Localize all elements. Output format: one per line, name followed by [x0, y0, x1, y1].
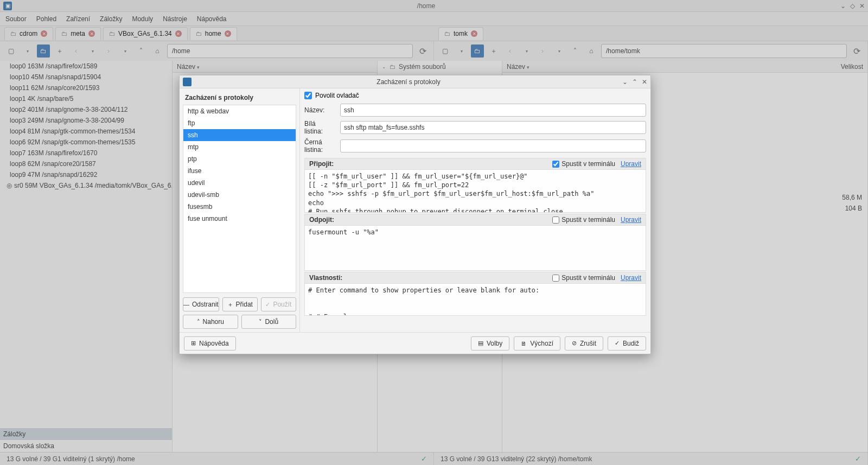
- terminal-label: Spustit v terminálu: [561, 216, 615, 224]
- button-label: Volby: [487, 340, 502, 347]
- section-label: Vlastnosti:: [309, 274, 342, 282]
- props-section-header: Vlastnosti: Spustit v terminálu Upravit: [304, 272, 646, 283]
- dialog-right-panel: Povolit ovladač Název: Bílá listina: Čer…: [300, 88, 650, 332]
- blacklist-input[interactable]: [340, 139, 646, 152]
- dialog-footer: ⊞Nápověda ▤Volby 🗎Výchozí ⊘Zrušit ✓Budiž: [180, 332, 650, 354]
- protocol-item[interactable]: fusesmb: [183, 201, 296, 213]
- mount-terminal-checkbox[interactable]: [552, 161, 559, 168]
- mount-section-header: Připojit: Spustit v terminálu Upravit: [304, 158, 646, 169]
- apply-button[interactable]: ✓Použít: [261, 297, 296, 311]
- protocol-item[interactable]: fuse unmount: [183, 213, 296, 225]
- plus-icon: ＋: [227, 301, 233, 309]
- mount-edit-link[interactable]: Upravit: [621, 160, 641, 168]
- terminal-label: Spustit v terminálu: [561, 274, 615, 282]
- unmount-code[interactable]: fusermount -u "%a": [304, 225, 646, 271]
- dialog-left-panel: Zacházení s protokoly http & webdav ftp …: [180, 88, 300, 332]
- chevron-down-icon: ˅: [259, 319, 262, 326]
- protocol-item[interactable]: mtp: [183, 141, 296, 153]
- section-label: Připojit:: [309, 160, 334, 168]
- protocol-item[interactable]: udevil: [183, 177, 296, 189]
- defaults-icon: 🗎: [521, 340, 527, 347]
- ok-button[interactable]: ✓Budiž: [608, 336, 646, 351]
- name-input[interactable]: [340, 104, 646, 117]
- add-button[interactable]: ＋Přidat: [222, 297, 258, 311]
- dialog-titlebar: Zacházení s protokoly ⌄ ⌃ ✕: [180, 75, 650, 88]
- cancel-icon: ⊘: [572, 340, 577, 347]
- protocol-item[interactable]: http & webdav: [183, 105, 296, 117]
- protocol-item[interactable]: ptp: [183, 153, 296, 165]
- options-icon: ▤: [478, 340, 483, 347]
- dialog-title: Zacházení s protokoly: [195, 78, 622, 86]
- enable-driver-checkbox[interactable]: [304, 92, 312, 99]
- move-up-button[interactable]: ˄Nahoru: [183, 315, 238, 329]
- section-label: Odpojit:: [309, 216, 334, 224]
- chevron-up-icon: ˄: [197, 319, 200, 326]
- props-edit-link[interactable]: Upravit: [621, 274, 641, 282]
- button-label: Zrušit: [580, 340, 596, 347]
- protocol-item[interactable]: udevil-smb: [183, 189, 296, 201]
- options-button[interactable]: ▤Volby: [471, 336, 509, 351]
- protocol-dialog: Zacházení s protokoly ⌄ ⌃ ✕ Zacházení s …: [179, 75, 651, 354]
- protocol-item[interactable]: ifuse: [183, 165, 296, 177]
- button-label: Odstranit: [192, 301, 219, 308]
- button-label: Dolů: [265, 318, 278, 326]
- whitelist-label: Bílá listina:: [304, 120, 336, 135]
- check-icon: ✓: [615, 340, 620, 347]
- protocol-list-header: Zacházení s protokoly: [183, 92, 296, 105]
- close-icon[interactable]: ✕: [642, 78, 647, 86]
- maximize-icon[interactable]: ⌃: [632, 78, 637, 86]
- minimize-icon[interactable]: ⌄: [622, 78, 628, 86]
- cancel-button[interactable]: ⊘Zrušit: [565, 336, 603, 351]
- remove-button[interactable]: —Odstranit: [183, 297, 219, 311]
- name-label: Název:: [304, 106, 336, 114]
- defaults-button[interactable]: 🗎Výchozí: [514, 336, 560, 351]
- button-label: Budiž: [623, 340, 639, 347]
- help-button[interactable]: ⊞Nápověda: [184, 336, 236, 351]
- unmount-section-header: Odpojit: Spustit v terminálu Upravit: [304, 214, 646, 225]
- unmount-edit-link[interactable]: Upravit: [621, 216, 641, 224]
- blacklist-label: Černá listina:: [304, 138, 336, 154]
- dialog-body: Zacházení s protokoly http & webdav ftp …: [180, 88, 650, 332]
- enable-driver-label: Povolit ovladač: [315, 92, 359, 99]
- protocol-item-selected[interactable]: ssh: [183, 129, 296, 141]
- dialog-window-controls: ⌄ ⌃ ✕: [622, 78, 647, 86]
- whitelist-input[interactable]: [340, 121, 646, 134]
- button-label: Použít: [273, 301, 291, 308]
- dialog-icon: [183, 78, 192, 86]
- button-label: Nahoru: [203, 318, 224, 326]
- protocol-item[interactable]: ftp: [183, 117, 296, 129]
- check-icon: ✓: [265, 301, 270, 308]
- protocol-list: http & webdav ftp ssh mtp ptp ifuse udev…: [183, 105, 296, 293]
- help-icon: ⊞: [191, 340, 196, 347]
- mount-code[interactable]: [[ -n "$fm_url_user" ]] && fm_url_user="…: [304, 169, 646, 213]
- move-down-button[interactable]: ˅Dolů: [241, 315, 297, 329]
- props-terminal-checkbox[interactable]: [552, 275, 559, 282]
- props-code[interactable]: # Enter command to show properties or le…: [304, 283, 646, 316]
- terminal-label: Spustit v terminálu: [561, 160, 615, 168]
- button-label: Výchozí: [530, 340, 553, 347]
- button-label: Přidat: [236, 301, 253, 308]
- button-label: Nápověda: [199, 340, 229, 347]
- minus-icon: —: [183, 301, 189, 308]
- unmount-terminal-checkbox[interactable]: [552, 216, 559, 224]
- enable-driver-row: Povolit ovladač: [304, 92, 646, 99]
